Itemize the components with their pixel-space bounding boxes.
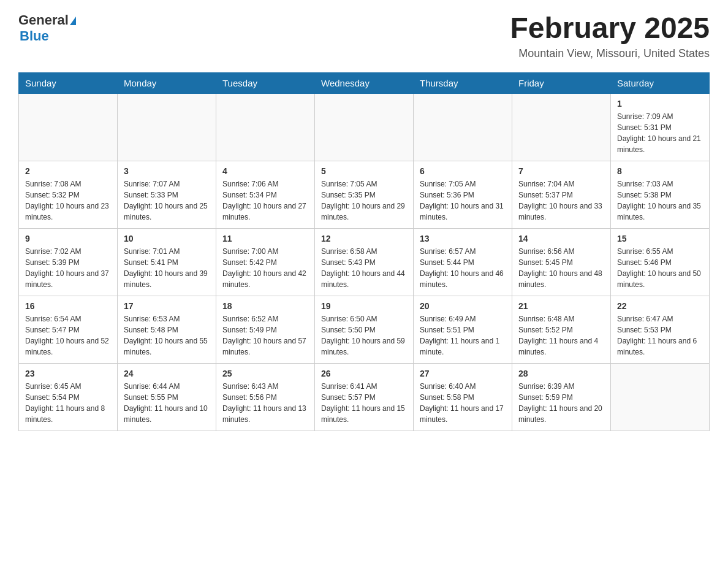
day-number: 12: [321, 234, 407, 243]
calendar-cell: [216, 93, 315, 161]
day-info: Sunrise: 6:58 AM Sunset: 5:43 PM Dayligh…: [321, 246, 407, 290]
day-info: Sunrise: 6:40 AM Sunset: 5:58 PM Dayligh…: [420, 381, 506, 425]
calendar-cell: 21Sunrise: 6:48 AM Sunset: 5:52 PM Dayli…: [512, 296, 611, 363]
day-number: 9: [25, 234, 111, 243]
calendar-cell: 5Sunrise: 7:05 AM Sunset: 5:35 PM Daylig…: [315, 161, 414, 228]
calendar-cell: 19Sunrise: 6:50 AM Sunset: 5:50 PM Dayli…: [315, 296, 414, 363]
day-header-wednesday: Wednesday: [315, 72, 414, 93]
day-info: Sunrise: 6:44 AM Sunset: 5:55 PM Dayligh…: [124, 381, 210, 425]
day-number: 20: [420, 301, 506, 311]
calendar-cell: [315, 93, 414, 161]
calendar-cell: [512, 93, 611, 161]
calendar-cell: 24Sunrise: 6:44 AM Sunset: 5:55 PM Dayli…: [118, 363, 216, 431]
calendar-cell: 17Sunrise: 6:53 AM Sunset: 5:48 PM Dayli…: [118, 296, 216, 363]
day-info: Sunrise: 7:09 AM Sunset: 5:31 PM Dayligh…: [617, 111, 703, 155]
calendar-cell: 9Sunrise: 7:02 AM Sunset: 5:39 PM Daylig…: [19, 228, 118, 296]
day-number: 19: [321, 301, 407, 311]
day-info: Sunrise: 6:49 AM Sunset: 5:51 PM Dayligh…: [420, 313, 506, 358]
week-row-5: 23Sunrise: 6:45 AM Sunset: 5:54 PM Dayli…: [19, 363, 710, 431]
calendar-cell: [19, 93, 118, 161]
day-info: Sunrise: 7:00 AM Sunset: 5:42 PM Dayligh…: [222, 246, 308, 290]
day-header-thursday: Thursday: [414, 72, 512, 93]
day-header-saturday: Saturday: [611, 72, 710, 93]
day-number: 27: [420, 369, 506, 378]
calendar-cell: 12Sunrise: 6:58 AM Sunset: 5:43 PM Dayli…: [315, 228, 414, 296]
calendar-cell: 20Sunrise: 6:49 AM Sunset: 5:51 PM Dayli…: [414, 296, 512, 363]
day-info: Sunrise: 6:45 AM Sunset: 5:54 PM Dayligh…: [25, 381, 111, 425]
week-row-4: 16Sunrise: 6:54 AM Sunset: 5:47 PM Dayli…: [19, 296, 710, 363]
calendar-cell: 4Sunrise: 7:06 AM Sunset: 5:34 PM Daylig…: [216, 161, 315, 228]
calendar-cell: 25Sunrise: 6:43 AM Sunset: 5:56 PM Dayli…: [216, 363, 315, 431]
day-header-sunday: Sunday: [19, 72, 118, 93]
calendar-cell: 16Sunrise: 6:54 AM Sunset: 5:47 PM Dayli…: [19, 296, 118, 363]
calendar-cell: 15Sunrise: 6:55 AM Sunset: 5:46 PM Dayli…: [611, 228, 710, 296]
day-header-friday: Friday: [512, 72, 611, 93]
day-info: Sunrise: 6:52 AM Sunset: 5:49 PM Dayligh…: [222, 313, 308, 358]
day-info: Sunrise: 6:48 AM Sunset: 5:52 PM Dayligh…: [518, 313, 604, 358]
day-info: Sunrise: 7:05 AM Sunset: 5:36 PM Dayligh…: [420, 178, 506, 223]
calendar-cell: 7Sunrise: 7:04 AM Sunset: 5:37 PM Daylig…: [512, 161, 611, 228]
month-title: February 2025: [510, 12, 710, 45]
calendar-cell: 10Sunrise: 7:01 AM Sunset: 5:41 PM Dayli…: [118, 228, 216, 296]
logo-triangle-icon: [70, 17, 76, 25]
day-number: 1: [617, 99, 703, 109]
calendar-header-row: SundayMondayTuesdayWednesdayThursdayFrid…: [19, 72, 710, 93]
calendar-cell: [118, 93, 216, 161]
calendar-cell: 18Sunrise: 6:52 AM Sunset: 5:49 PM Dayli…: [216, 296, 315, 363]
week-row-1: 1Sunrise: 7:09 AM Sunset: 5:31 PM Daylig…: [19, 93, 710, 161]
day-info: Sunrise: 6:50 AM Sunset: 5:50 PM Dayligh…: [321, 313, 407, 358]
calendar-cell: 11Sunrise: 7:00 AM Sunset: 5:42 PM Dayli…: [216, 228, 315, 296]
day-info: Sunrise: 6:54 AM Sunset: 5:47 PM Dayligh…: [25, 313, 111, 358]
week-row-2: 2Sunrise: 7:08 AM Sunset: 5:32 PM Daylig…: [19, 161, 710, 228]
day-info: Sunrise: 7:05 AM Sunset: 5:35 PM Dayligh…: [321, 178, 407, 223]
calendar-cell: 26Sunrise: 6:41 AM Sunset: 5:57 PM Dayli…: [315, 363, 414, 431]
calendar-cell: 13Sunrise: 6:57 AM Sunset: 5:44 PM Dayli…: [414, 228, 512, 296]
day-number: 24: [124, 369, 210, 378]
calendar-cell: 3Sunrise: 7:07 AM Sunset: 5:33 PM Daylig…: [118, 161, 216, 228]
day-info: Sunrise: 6:39 AM Sunset: 5:59 PM Dayligh…: [518, 381, 604, 425]
logo-general-text: General: [18, 12, 69, 28]
calendar-cell: [611, 363, 710, 431]
logo-blue-text: Blue: [20, 28, 49, 44]
calendar-table: SundayMondayTuesdayWednesdayThursdayFrid…: [18, 72, 710, 431]
day-header-monday: Monday: [118, 72, 216, 93]
logo: General Blue: [18, 12, 77, 44]
day-number: 5: [321, 166, 407, 176]
day-number: 6: [420, 166, 506, 176]
day-number: 7: [518, 166, 604, 176]
page-header: General Blue February 2025 Mountain View…: [18, 12, 710, 60]
title-area: February 2025 Mountain View, Missouri, U…: [510, 12, 710, 60]
day-info: Sunrise: 6:47 AM Sunset: 5:53 PM Dayligh…: [617, 313, 703, 358]
day-number: 22: [617, 301, 703, 311]
day-info: Sunrise: 7:02 AM Sunset: 5:39 PM Dayligh…: [25, 246, 111, 290]
day-info: Sunrise: 7:07 AM Sunset: 5:33 PM Dayligh…: [124, 178, 210, 223]
day-info: Sunrise: 7:03 AM Sunset: 5:38 PM Dayligh…: [617, 178, 703, 223]
day-number: 2: [25, 166, 111, 176]
day-info: Sunrise: 6:43 AM Sunset: 5:56 PM Dayligh…: [222, 381, 308, 425]
day-info: Sunrise: 7:01 AM Sunset: 5:41 PM Dayligh…: [124, 246, 210, 290]
day-info: Sunrise: 7:06 AM Sunset: 5:34 PM Dayligh…: [222, 178, 308, 223]
day-number: 17: [124, 301, 210, 311]
calendar-cell: 1Sunrise: 7:09 AM Sunset: 5:31 PM Daylig…: [611, 93, 710, 161]
week-row-3: 9Sunrise: 7:02 AM Sunset: 5:39 PM Daylig…: [19, 228, 710, 296]
calendar-cell: [414, 93, 512, 161]
calendar-cell: 22Sunrise: 6:47 AM Sunset: 5:53 PM Dayli…: [611, 296, 710, 363]
day-number: 3: [124, 166, 210, 176]
calendar-cell: 2Sunrise: 7:08 AM Sunset: 5:32 PM Daylig…: [19, 161, 118, 228]
day-number: 4: [222, 166, 308, 176]
calendar-cell: 27Sunrise: 6:40 AM Sunset: 5:58 PM Dayli…: [414, 363, 512, 431]
calendar-cell: 14Sunrise: 6:56 AM Sunset: 5:45 PM Dayli…: [512, 228, 611, 296]
day-info: Sunrise: 7:08 AM Sunset: 5:32 PM Dayligh…: [25, 178, 111, 223]
day-header-tuesday: Tuesday: [216, 72, 315, 93]
day-number: 21: [518, 301, 604, 311]
location-text: Mountain View, Missouri, United States: [510, 47, 710, 60]
day-number: 16: [25, 301, 111, 311]
day-number: 14: [518, 234, 604, 243]
calendar-cell: 23Sunrise: 6:45 AM Sunset: 5:54 PM Dayli…: [19, 363, 118, 431]
calendar-cell: 28Sunrise: 6:39 AM Sunset: 5:59 PM Dayli…: [512, 363, 611, 431]
day-number: 10: [124, 234, 210, 243]
calendar-cell: 8Sunrise: 7:03 AM Sunset: 5:38 PM Daylig…: [611, 161, 710, 228]
day-info: Sunrise: 6:53 AM Sunset: 5:48 PM Dayligh…: [124, 313, 210, 358]
day-info: Sunrise: 6:56 AM Sunset: 5:45 PM Dayligh…: [518, 246, 604, 290]
day-info: Sunrise: 7:04 AM Sunset: 5:37 PM Dayligh…: [518, 178, 604, 223]
